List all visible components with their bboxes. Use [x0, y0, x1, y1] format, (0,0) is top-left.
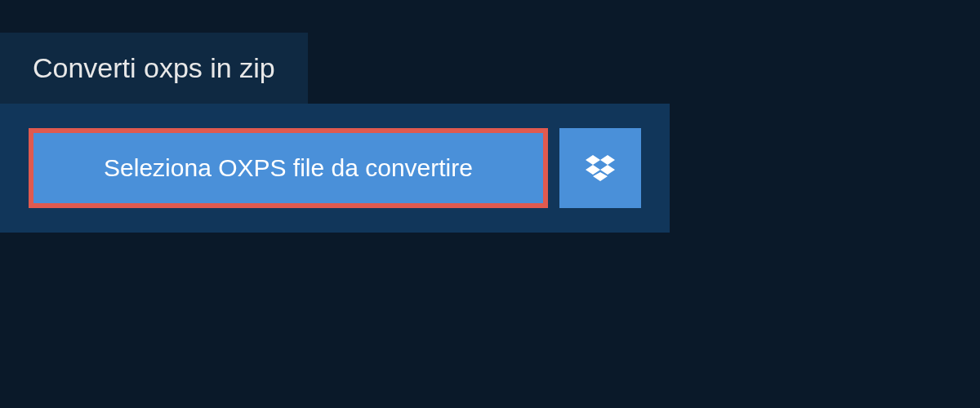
select-file-button[interactable]: Seleziona OXPS file da convertire — [29, 128, 548, 208]
button-row: Seleziona OXPS file da convertire — [29, 128, 641, 208]
dropbox-button[interactable] — [559, 128, 641, 208]
tab-header[interactable]: Converti oxps in zip — [0, 33, 308, 104]
tab-title: Converti oxps in zip — [33, 52, 275, 84]
dropbox-icon — [586, 155, 615, 181]
conversion-panel: Seleziona OXPS file da convertire — [0, 104, 670, 233]
select-file-label: Seleziona OXPS file da convertire — [104, 154, 473, 182]
